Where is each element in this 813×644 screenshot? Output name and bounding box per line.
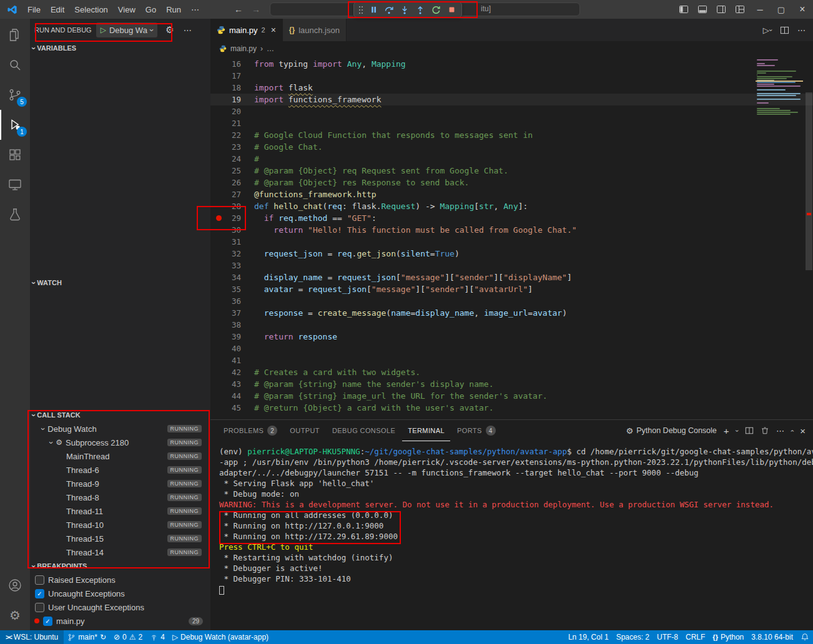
code-line[interactable]: 40: [210, 343, 813, 354]
menu-file[interactable]: File: [22, 5, 46, 14]
debug-settings-gear-icon[interactable]: ⚙: [165, 24, 174, 36]
close-window-icon[interactable]: ×: [792, 0, 813, 19]
split-terminal-icon[interactable]: [745, 426, 754, 435]
panel-tab-debug-console[interactable]: DEBUG CONSOLE: [327, 420, 401, 441]
menu-view[interactable]: View: [113, 5, 140, 14]
remote-indicator[interactable]: >< WSL: Ubuntu: [0, 630, 64, 644]
indentation[interactable]: Spaces: 2: [613, 630, 653, 644]
breakpoint-item[interactable]: User Uncaught Exceptions: [30, 600, 210, 614]
language-mode[interactable]: {} Python: [709, 630, 747, 644]
step-into-icon[interactable]: [398, 3, 411, 17]
customize-layout-icon[interactable]: [731, 0, 749, 19]
kill-terminal-icon[interactable]: [761, 426, 769, 435]
activity-settings-gear-icon[interactable]: ⚙: [0, 600, 30, 630]
code-line[interactable]: 34 display_name = request_json["message"…: [210, 271, 813, 283]
breakpoint-item[interactable]: ✓main.py29: [30, 614, 210, 628]
minimap[interactable]: [756, 58, 803, 116]
code-editor[interactable]: 16from typing import Any, Mapping1718imp…: [210, 56, 813, 419]
breakpoint-item[interactable]: Raised Exceptions: [30, 573, 210, 587]
code-line[interactable]: 20: [210, 105, 813, 117]
menu-selection[interactable]: Selection: [69, 5, 112, 14]
breadcrumb-more[interactable]: …: [267, 44, 274, 53]
encoding[interactable]: UTF-8: [653, 630, 682, 644]
panel-tab-terminal[interactable]: TERMINAL: [402, 420, 450, 441]
call-stack-item[interactable]: MainThreadRUNNING: [30, 449, 210, 463]
terminal-output[interactable]: (env) pierrick@LAPTOP-HKU5PNNG:~/git/goo…: [210, 441, 813, 630]
split-editor-icon[interactable]: [780, 26, 789, 35]
activity-run-debug[interactable]: 1: [0, 110, 30, 140]
code-line[interactable]: 44# @param {string} image_url the URL fo…: [210, 390, 813, 402]
call-stack-item[interactable]: Thread-11RUNNING: [30, 504, 210, 518]
menu-run[interactable]: Run: [161, 5, 186, 14]
tab-main-py[interactable]: main.py 2 ×: [210, 19, 283, 41]
activity-testing[interactable]: [0, 200, 30, 230]
new-terminal-icon[interactable]: +: [724, 426, 729, 436]
activity-explorer[interactable]: [0, 20, 30, 50]
code-line[interactable]: 16from typing import Any, Mapping: [210, 58, 813, 70]
toolbar-drag-handle[interactable]: [357, 3, 365, 17]
code-line[interactable]: 37 response = create_message(name=displa…: [210, 307, 813, 319]
terminal-dropdown-icon[interactable]: ›: [734, 429, 741, 431]
editor-scrollbar[interactable]: [806, 92, 812, 270]
nav-back-icon[interactable]: ←: [234, 4, 243, 14]
call-stack-item[interactable]: ›Debug WatchRUNNING: [30, 422, 210, 436]
run-python-file-button[interactable]: ▷›: [763, 26, 772, 35]
code-line[interactable]: 21: [210, 117, 813, 129]
menu-more-icon[interactable]: ⋯: [186, 5, 204, 14]
maximize-icon[interactable]: ▢: [771, 0, 792, 19]
eol-sequence[interactable]: CRLF: [682, 630, 709, 644]
close-panel-icon[interactable]: ×: [800, 426, 806, 436]
checkbox[interactable]: [35, 603, 44, 612]
code-line[interactable]: 42# Creates a card with two widgets.: [210, 366, 813, 378]
code-line[interactable]: 28def hello_chat(req: flask.Request) -> …: [210, 200, 813, 212]
panel-more-icon[interactable]: ⋯: [776, 426, 784, 436]
code-line[interactable]: 31: [210, 236, 813, 248]
code-line[interactable]: 43# @param {string} name the sender's di…: [210, 378, 813, 390]
code-line[interactable]: 33: [210, 260, 813, 271]
maximize-panel-icon[interactable]: ›: [789, 429, 796, 431]
code-line[interactable]: 25# @param {Object} req Request sent fro…: [210, 165, 813, 177]
activity-search[interactable]: [0, 50, 30, 80]
activity-remote-explorer[interactable]: [0, 170, 30, 200]
call-stack-item[interactable]: Thread-15RUNNING: [30, 532, 210, 545]
breadcrumb[interactable]: main.py › …: [210, 41, 813, 56]
debug-session-indicator[interactable]: ▷ Debug Watch (avatar-app): [169, 630, 272, 644]
call-stack-item[interactable]: Thread-9RUNNING: [30, 477, 210, 490]
menu-edit[interactable]: Edit: [46, 5, 69, 14]
call-stack-item[interactable]: Thread-6RUNNING: [30, 463, 210, 477]
code-line[interactable]: 22# Google Cloud Function that responds …: [210, 129, 813, 141]
stop-icon[interactable]: [445, 3, 458, 17]
panel-tab-ports[interactable]: PORTS 4: [451, 420, 501, 441]
activity-extensions[interactable]: [0, 140, 30, 170]
code-line[interactable]: 38: [210, 319, 813, 331]
code-line[interactable]: 24#: [210, 153, 813, 165]
notifications-bell[interactable]: [797, 630, 813, 644]
section-variables[interactable]: › VARIABLES: [30, 41, 210, 55]
debug-config-dropdown[interactable]: ▷ Debug Wa ›: [96, 22, 158, 37]
problems-indicator[interactable]: ⊘0 ⚠2: [110, 630, 146, 644]
terminal-profile-label[interactable]: ⚙ Python Debug Console: [626, 426, 717, 436]
section-watch[interactable]: › WATCH: [30, 276, 210, 290]
code-line[interactable]: 41: [210, 354, 813, 366]
menu-go[interactable]: Go: [140, 5, 161, 14]
step-out-icon[interactable]: [413, 3, 427, 17]
forwarded-ports-indicator[interactable]: 4: [146, 630, 169, 644]
checkbox[interactable]: ✓: [43, 617, 52, 626]
toggle-panel-icon[interactable]: [693, 0, 712, 19]
toggle-sidebar-right-icon[interactable]: [712, 0, 731, 19]
tab-launch-json[interactable]: {} launch.json: [283, 19, 347, 41]
code-line[interactable]: 18import flask: [210, 82, 813, 94]
breakpoint-item[interactable]: ✓Uncaught Exceptions: [30, 587, 210, 600]
panel-tab-output[interactable]: OUTPUT: [284, 420, 325, 441]
pause-icon[interactable]: [367, 3, 380, 17]
restart-icon[interactable]: [429, 3, 443, 17]
activity-account[interactable]: [0, 570, 30, 600]
code-line[interactable]: 36: [210, 295, 813, 307]
branch-indicator[interactable]: main* ↻: [64, 630, 110, 644]
editor-more-icon[interactable]: ⋯: [797, 26, 806, 35]
code-line[interactable]: 17: [210, 70, 813, 82]
code-line[interactable]: 45# @return {Object} a card with the use…: [210, 402, 813, 414]
sidebar-more-icon[interactable]: ⋯: [184, 26, 192, 35]
code-line[interactable]: 23# Google Chat.: [210, 141, 813, 153]
code-line[interactable]: 19import functions_framework: [210, 94, 813, 105]
